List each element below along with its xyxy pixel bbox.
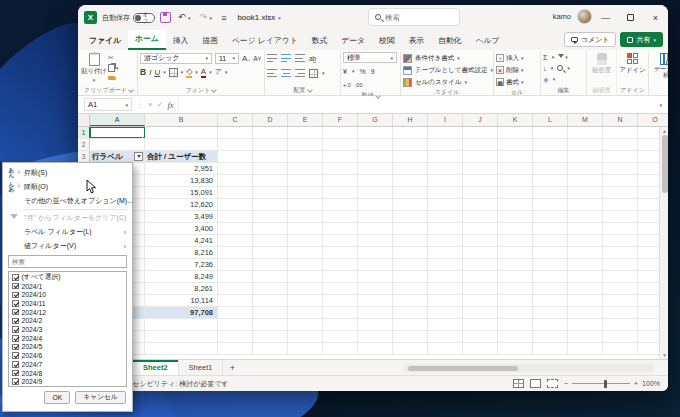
cancel-button[interactable]: キャンセル (75, 391, 126, 404)
user-avatar[interactable] (577, 9, 592, 24)
accessibility-status[interactable]: アクセシビリティ: 検討が必要です (118, 379, 229, 389)
ribbon-tab-6[interactable]: 数式 (305, 32, 335, 50)
format-painter-button[interactable] (108, 73, 119, 82)
alignment-dialog-launcher[interactable] (307, 87, 313, 93)
checkbox-checked-icon[interactable] (12, 326, 19, 333)
filter-item-7[interactable]: 2024/4 (12, 334, 126, 343)
format-as-table-button[interactable]: テーブルとして書式設定▾ (403, 64, 493, 76)
checkbox-checked-icon[interactable] (12, 370, 19, 377)
borders-icon[interactable] (169, 68, 178, 77)
cell-B14[interactable]: 8,261 (145, 283, 218, 294)
checkbox-checked-icon[interactable] (12, 318, 19, 325)
align-left-icon[interactable] (267, 69, 277, 77)
label-filter-item[interactable]: ラベル フィルター(L)› (3, 225, 132, 239)
save-icon[interactable] (160, 12, 171, 23)
filter-item-12[interactable]: 2024/9 (12, 377, 126, 386)
checkbox-checked-icon[interactable] (12, 361, 19, 368)
increase-font-icon[interactable]: A^ (242, 54, 250, 63)
filter-item-10[interactable]: 2024/7 (12, 360, 126, 369)
search-box[interactable] (368, 8, 460, 26)
zoom-in-button[interactable]: + (634, 380, 638, 387)
column-header-H[interactable]: H (393, 114, 428, 126)
wrap-text-icon[interactable]: ab̲ (309, 55, 316, 62)
ribbon-tab-5[interactable]: ページ レイアウト (225, 32, 305, 50)
cell-B17[interactable] (145, 319, 218, 330)
cell-B4[interactable]: 2,951 (145, 163, 218, 174)
align-bottom-icon[interactable] (295, 54, 305, 62)
undo-button[interactable]: ↶ ▾ (176, 11, 193, 24)
filter-item-3[interactable]: 2024/11 (12, 299, 126, 308)
ribbon-tab-7[interactable]: データ (334, 32, 372, 50)
cell-B18[interactable] (145, 331, 218, 342)
column-header-J[interactable]: J (463, 114, 498, 126)
column-header-F[interactable]: F (323, 114, 358, 126)
column-header-E[interactable]: E (288, 114, 323, 126)
page-layout-view-icon[interactable] (530, 379, 541, 388)
ribbon-tab-2[interactable]: ホーム (128, 30, 166, 50)
row-label-filter-button[interactable] (134, 152, 143, 161)
ribbon-tab-1[interactable]: ファイル (82, 32, 128, 50)
cell-A2[interactable] (90, 139, 145, 150)
copy-button[interactable]: ▾ (108, 63, 119, 72)
normal-view-icon[interactable] (513, 379, 524, 388)
checkbox-checked-icon[interactable] (12, 344, 19, 351)
search-input[interactable] (385, 13, 445, 22)
maximize-button[interactable] (618, 5, 643, 30)
sort-ascending-item[interactable]: あん 昇順(S) (3, 166, 132, 180)
cell-B5[interactable]: 13,830 (145, 175, 218, 186)
autosum-button[interactable]: Σ (543, 53, 548, 62)
cell-B19[interactable] (145, 343, 218, 354)
formula-input[interactable] (178, 98, 656, 111)
italic-button[interactable]: I (149, 68, 151, 77)
filter-search-input[interactable] (12, 258, 123, 265)
ribbon-tab-3[interactable]: 挿入 (166, 32, 196, 50)
underline-button[interactable]: U (154, 68, 160, 77)
redo-button[interactable]: ↷ ▾ (198, 11, 215, 24)
filter-item-9[interactable]: 2024/6 (12, 351, 126, 360)
cell-B11[interactable]: 8,216 (145, 247, 218, 258)
autosave-control[interactable]: 自動保存 オフ (102, 13, 155, 23)
number-format-select[interactable]: 標準▾ (343, 52, 397, 63)
sheet-tab-sheet1[interactable]: Sheet1 (179, 360, 224, 375)
checkbox-checked-icon[interactable] (12, 352, 19, 359)
align-center-icon[interactable] (281, 69, 291, 77)
checkbox-checked-icon[interactable] (12, 292, 19, 299)
addins-button[interactable]: アドイン (620, 52, 646, 75)
column-header-C[interactable]: C (218, 114, 253, 126)
sort-descending-item[interactable]: んあ 降順(O) (3, 180, 132, 194)
horizontal-scrollbar[interactable] (404, 364, 654, 372)
filter-item-8[interactable]: 2024/5 (12, 343, 126, 352)
minimize-button[interactable]: — (593, 5, 618, 30)
zoom-slider[interactable] (572, 383, 630, 384)
font-name-select[interactable]: 游ゴシック▾ (140, 53, 212, 64)
cell-A1[interactable] (90, 127, 145, 138)
filter-item-1[interactable]: 2024/1 (12, 282, 126, 291)
column-header-N[interactable]: N (603, 114, 638, 126)
new-sheet-button[interactable]: + (223, 360, 241, 375)
currency-format-icon[interactable]: ¥ (343, 68, 347, 75)
align-right-icon[interactable] (295, 69, 305, 77)
checkbox-checked-icon[interactable] (12, 309, 19, 316)
filter-search-box[interactable] (8, 255, 127, 268)
checkbox-checked-icon[interactable] (12, 300, 19, 307)
filter-item-5[interactable]: 2024/2 (12, 317, 126, 326)
cell-B16[interactable]: 97,708 (145, 307, 218, 318)
quick-access-menu-icon[interactable]: ≡ (219, 12, 228, 24)
cell-B9[interactable]: 3,400 (145, 223, 218, 234)
enter-entry-icon[interactable]: ✓ (157, 100, 164, 109)
decrease-decimal-icon[interactable]: .00 (355, 82, 363, 88)
cell-B1[interactable] (145, 127, 218, 138)
ribbon-tab-4[interactable]: 描画 (195, 32, 225, 50)
name-box[interactable]: A1▾ (84, 98, 132, 111)
filter-item-0[interactable]: (すべて選択) (12, 273, 126, 282)
paste-button[interactable]: 貼り付け▾ (82, 52, 106, 83)
font-size-select[interactable]: 11▾ (215, 53, 239, 64)
vertical-scrollbar[interactable]: ▲ ▼ (659, 127, 668, 359)
zoom-out-button[interactable]: − (564, 380, 568, 387)
format-cells-button[interactable]: ▦書式▾ (496, 76, 524, 88)
cell-B12[interactable]: 7,236 (145, 259, 218, 270)
cell-styles-button[interactable]: セルのスタイル▾ (403, 76, 467, 88)
share-button[interactable]: 共有▾ (620, 32, 663, 47)
increase-decimal-icon[interactable]: +.0 (343, 82, 351, 88)
formula-bar-expand-icon[interactable]: ▾ (659, 102, 662, 108)
